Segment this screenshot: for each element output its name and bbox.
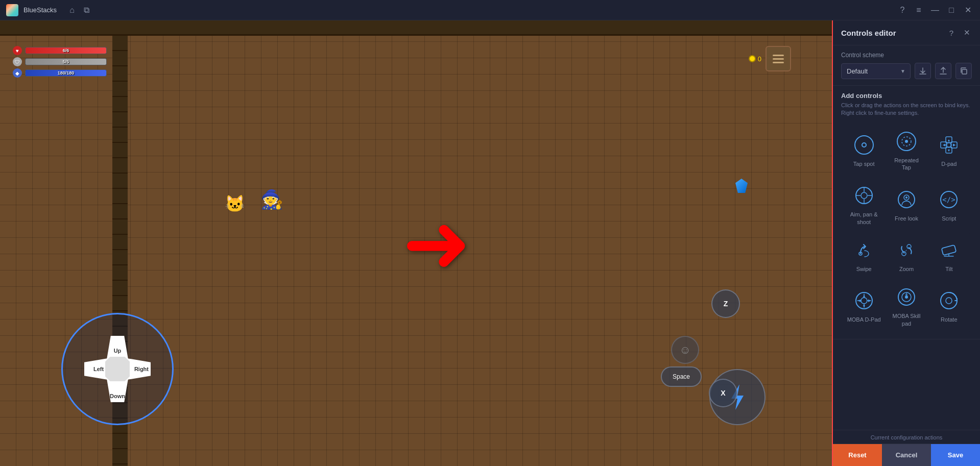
- svg-point-44: [946, 298, 952, 304]
- svg-text:▼: ▼: [947, 149, 951, 152]
- smiley-button[interactable]: ☺: [671, 336, 699, 364]
- aim-icon-wrap: [853, 184, 875, 207]
- dpad-cross: Up Down Left Right: [84, 336, 151, 402]
- home-icon[interactable]: ⌂: [66, 4, 78, 16]
- script-icon-wrap: </>: [938, 188, 960, 211]
- control-repeated-tap[interactable]: Repeated Tap: [886, 124, 927, 177]
- minimize-icon[interactable]: —: [929, 4, 941, 16]
- tilt-icon-wrap: [938, 239, 960, 261]
- menu-line-1: [773, 55, 784, 56]
- repeated-tap-label: Repeated Tap: [889, 157, 923, 171]
- menu-line-2: [773, 58, 784, 60]
- add-controls-section: Add controls Click or drag the actions o…: [833, 86, 980, 339]
- help-icon[interactable]: ?: [896, 4, 909, 16]
- dpad-icon-wrap: ▲ ▼ ◀ ▶: [938, 134, 960, 156]
- scheme-select-wrapper[interactable]: Default: [841, 63, 911, 79]
- aim-icon: [853, 185, 875, 206]
- hud-top-right: 0: [749, 46, 791, 71]
- controls-bottom: Current configuration actions Reset Canc…: [833, 430, 980, 466]
- import-icon: [919, 67, 927, 75]
- dpad-container[interactable]: Up Down Left Right: [61, 313, 174, 425]
- control-swipe[interactable]: Swipe: [843, 232, 885, 278]
- health-bar-container: ♥ 6/6: [13, 46, 107, 55]
- control-tilt[interactable]: Tilt: [928, 232, 970, 278]
- game-hud: ♥ 6/6 🛡 5/5 ◆ 180/180: [13, 46, 107, 78]
- x-button-container: X: [709, 379, 737, 407]
- window-icon[interactable]: ⧉: [80, 4, 92, 16]
- controls-close-icon[interactable]: ✕: [962, 28, 972, 38]
- control-script[interactable]: </> Script: [928, 178, 970, 231]
- control-rotate[interactable]: Rotate: [928, 279, 970, 333]
- mana-value: 180/180: [58, 70, 75, 76]
- moba-skill-pad-label: MOBA Skill pad: [889, 312, 923, 327]
- export-icon: [939, 67, 947, 75]
- stamina-icon: 🛡: [13, 57, 22, 66]
- tap-spot-icon-wrap: [853, 134, 875, 156]
- game-area: ♥ 6/6 🛡 5/5 ◆ 180/180: [0, 20, 832, 466]
- mana-bar-container: ◆ 180/180: [13, 68, 107, 78]
- x-button[interactable]: X: [709, 379, 737, 407]
- space-button[interactable]: Space: [661, 366, 702, 387]
- controls-header-icons: ? ✕: [946, 28, 972, 38]
- add-controls-title: Add controls: [841, 92, 972, 100]
- swipe-icon-wrap: [853, 239, 875, 261]
- health-bar-bg: 6/6: [25, 47, 107, 54]
- tap-spot-label: Tap spot: [853, 160, 875, 167]
- svg-point-24: [905, 197, 907, 199]
- stamina-value: 5/5: [63, 59, 69, 64]
- z-button-container: Z: [711, 289, 740, 318]
- free-look-label: Free look: [895, 215, 918, 222]
- cat-character: 🐱: [225, 194, 245, 213]
- save-button[interactable]: Save: [931, 444, 980, 466]
- control-free-look[interactable]: Free look: [886, 178, 927, 231]
- maximize-icon[interactable]: □: [945, 4, 958, 16]
- zoom-label: Zoom: [899, 265, 914, 273]
- coin-display: 0: [749, 55, 761, 63]
- menu-icon[interactable]: ≡: [913, 4, 925, 16]
- bluestacks-logo: [6, 4, 18, 16]
- svg-text:◀: ◀: [943, 143, 946, 146]
- title-bar-nav: ⌂ ⧉: [66, 4, 92, 16]
- control-moba-dpad[interactable]: ▲ ▼ ◀ ▶ MOBA D-Pad: [843, 279, 885, 333]
- script-label: Script: [942, 215, 956, 222]
- coin-icon: [749, 55, 756, 62]
- control-scheme-section: Control scheme Default: [833, 45, 980, 86]
- control-zoom[interactable]: Zoom: [886, 232, 927, 278]
- rotate-label: Rotate: [941, 316, 957, 323]
- tilt-icon: [938, 239, 960, 261]
- controls-footer-buttons: Reset Cancel Save: [833, 444, 980, 466]
- reset-button[interactable]: Reset: [833, 444, 882, 466]
- dpad-label: D-pad: [941, 160, 957, 167]
- svg-point-3: [862, 143, 866, 147]
- moba-skill-icon-wrap: [895, 286, 918, 308]
- control-scheme-label: Control scheme: [841, 52, 972, 59]
- current-config-label: Current configuration actions: [833, 430, 980, 444]
- tilt-label: Tilt: [945, 265, 952, 273]
- wall-top: [0, 20, 832, 36]
- svg-text:▶: ▶: [953, 143, 956, 146]
- scheme-copy-btn[interactable]: [955, 63, 972, 79]
- repeated-tap-icon-wrap: [895, 130, 918, 153]
- free-look-icon: [896, 189, 917, 210]
- svg-point-22: [898, 191, 915, 208]
- scheme-import-btn[interactable]: [915, 63, 931, 79]
- controls-scroll[interactable]: Control scheme Default: [833, 45, 980, 430]
- svg-text:</>: </>: [943, 195, 955, 204]
- scheme-export-btn[interactable]: [935, 63, 951, 79]
- close-icon[interactable]: ✕: [962, 4, 974, 16]
- control-aim-pan-shoot[interactable]: Aim, pan & shoot: [843, 178, 885, 231]
- repeated-tap-icon: [896, 131, 917, 152]
- aim-pan-shoot-label: Aim, pan & shoot: [847, 211, 881, 226]
- controls-help-icon[interactable]: ?: [946, 28, 957, 38]
- stamina-bar-container: 🛡 5/5: [13, 57, 107, 66]
- menu-lines: [773, 55, 784, 63]
- z-button[interactable]: Z: [711, 289, 740, 318]
- cancel-button[interactable]: Cancel: [882, 444, 931, 466]
- scheme-select[interactable]: Default: [841, 63, 911, 79]
- control-tap-spot[interactable]: Tap spot: [843, 124, 885, 177]
- control-moba-skill-pad[interactable]: MOBA Skill pad: [886, 279, 927, 333]
- game-menu-button[interactable]: [766, 46, 791, 71]
- mana-bar-bg: 180/180: [25, 69, 107, 77]
- control-dpad[interactable]: ▲ ▼ ◀ ▶ D-pad: [928, 124, 970, 177]
- copy-icon: [960, 67, 968, 75]
